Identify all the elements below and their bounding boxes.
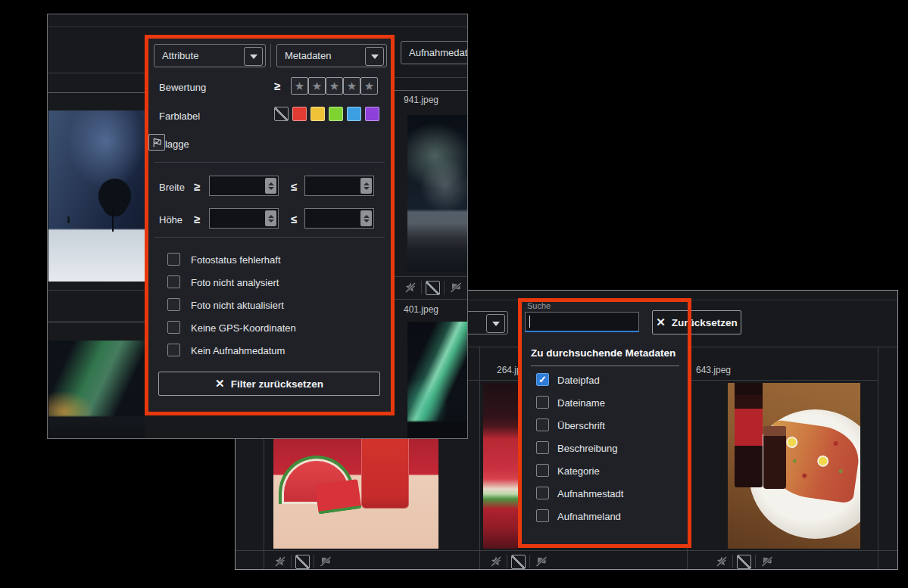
search-label: Suche [527,301,551,310]
divider [395,90,468,91]
person-silhouette [67,216,70,223]
filter-tab-label: Aufnahmedatu [409,47,468,58]
star-rating-button[interactable]: ★ [291,77,308,95]
checkbox-aufnahmestadt[interactable] [536,487,549,499]
search-input-wrap [525,312,639,332]
x-icon: ✕ [656,316,666,329]
tree-silhouette [103,196,126,216]
divider [755,555,756,568]
thumbnail-toolbar [714,554,774,569]
no-rating-icon[interactable] [488,555,503,569]
checkbox-label: Aufnahmeland [557,511,621,522]
checkbox-beschreibung[interactable] [536,441,549,454]
divider [314,555,314,568]
filter-tab-partial[interactable] [461,311,508,334]
spinner-icon[interactable] [265,178,276,194]
divider [48,322,145,322]
no-rating-icon[interactable] [273,555,287,569]
gte-operator: ≥ [274,79,280,92]
filter-tab-aufnahmedatum[interactable]: Aufnahmedatu [401,41,468,64]
thumbnail-watermelon-partial[interactable] [483,383,518,549]
no-color-label-icon[interactable] [511,555,526,569]
section-header: Zu durchsuchende Metadaten [531,347,676,359]
checkbox-foto-nicht-aktualisiert[interactable] [167,298,180,311]
thumbnail-aurora-mountain[interactable] [48,341,145,439]
checkbox-label: Foto nicht aktualisiert [191,300,284,311]
divider [395,276,468,277]
tab-attribute[interactable]: Attribute [154,44,266,67]
x-icon: ✕ [215,377,225,390]
flag-icon[interactable] [448,281,463,295]
chevron-down-icon[interactable] [365,47,384,66]
star-rating-button[interactable]: ★ [308,77,326,95]
thumbnail-aurora-sea[interactable] [407,115,468,272]
search-reset-label: Zurücksetzen [672,317,738,328]
divider [878,347,878,569]
star-rating-button[interactable]: ★ [343,77,360,95]
width-label: Breite [159,182,185,193]
gte-operator: ≥ [194,180,200,193]
flag-picked-icon[interactable] [148,134,165,151]
divider [291,555,292,568]
color-swatch-blue[interactable] [347,107,361,121]
thumbnail-toolbar [403,280,463,295]
star-icon: ★ [347,79,357,93]
flag-icon[interactable] [318,555,332,569]
chevron-down-icon[interactable] [486,314,505,333]
no-rating-icon[interactable] [403,281,417,295]
thumbnail-filename: 401.jpeg [404,304,438,315]
checkbox-fotostatus-fehlerhaft[interactable] [167,253,180,266]
star-rating-button[interactable]: ★ [360,77,378,95]
filter-reset-button[interactable]: ✕ Filter zurücksetzen [158,372,380,396]
text-caret [529,316,530,328]
spinner-icon[interactable] [360,210,372,226]
color-swatch-purple[interactable] [365,107,379,121]
thumbnail-winter-tree[interactable] [48,110,145,282]
search-input[interactable] [526,313,638,331]
star-icon: ★ [364,79,374,93]
divider [531,366,679,366]
no-color-label-icon[interactable] [295,555,310,569]
flag-icon[interactable] [534,555,548,569]
thumbnail-aurora-green[interactable] [407,322,468,439]
spinner-icon[interactable] [265,210,276,226]
color-swatch-red[interactable] [292,107,307,121]
thumbnail-filename: 941.jpeg [404,95,438,105]
search-reset-button[interactable]: ✕ Zurücksetzen [652,310,741,334]
no-color-label-icon[interactable] [426,281,440,295]
checkbox-label: Dateipfad [557,375,600,386]
divider [48,290,145,291]
star-icon: ★ [312,79,322,93]
color-swatch-none[interactable] [274,107,289,121]
cola-bottle [735,383,763,487]
egg-topping [816,455,829,468]
tab-metadaten[interactable]: Metadaten [276,44,387,67]
height-max-wrap [304,208,374,229]
color-swatch-yellow[interactable] [310,107,325,121]
no-color-label-icon[interactable] [737,555,751,569]
photo-browser-window-1: Aufnahmedatu 941.jpeg 401.jpeg [47,14,468,439]
tomato-topping [833,440,838,446]
flag-icon[interactable] [760,555,774,569]
checkbox-foto-nicht-analysiert[interactable] [167,275,180,288]
thumbnail-toolbar [488,554,548,569]
checkbox-aufnahmeland[interactable] [536,509,549,522]
color-swatch-green[interactable] [329,107,343,121]
checkbox-dateiname[interactable] [536,396,549,409]
no-rating-icon[interactable] [714,555,729,569]
thumbnail-pizza[interactable] [728,383,860,549]
herb-topping [838,468,843,473]
checkbox-keine-gps-koordinaten[interactable] [167,321,180,334]
divider [507,555,507,568]
chevron-down-icon[interactable] [244,47,263,66]
checkbox-ueberschrift[interactable] [536,418,549,431]
checkbox-kein-aufnahmedatum[interactable] [167,344,180,356]
thumbnail-toolbar [273,554,332,569]
rating-label: Bewertung [159,82,206,93]
checkbox-dateipfad[interactable] [536,373,549,386]
star-icon: ★ [295,79,304,93]
checkbox-label: Keine GPS-Koordinaten [191,322,296,334]
spinner-icon[interactable] [360,178,372,194]
checkbox-kategorie[interactable] [536,464,549,477]
star-rating-button[interactable]: ★ [326,77,343,95]
